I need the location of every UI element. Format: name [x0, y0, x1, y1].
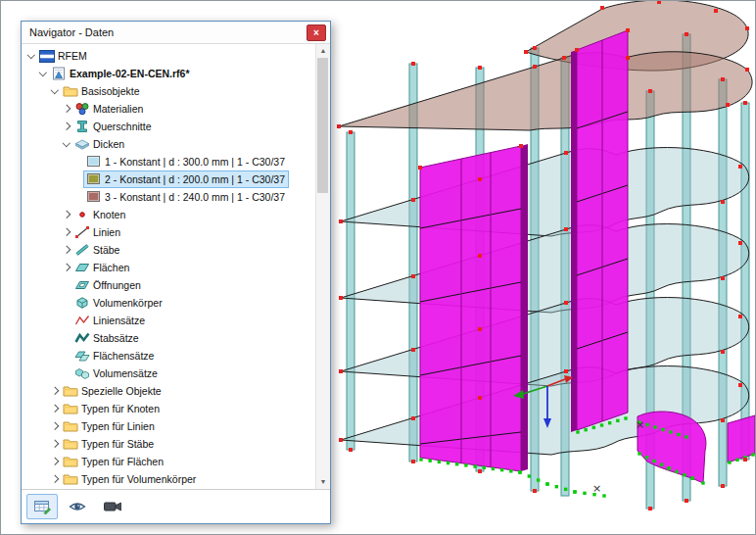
selected-node-marker[interactable]: [473, 464, 476, 467]
node-marker[interactable]: [339, 296, 343, 300]
node-marker[interactable]: [738, 383, 742, 387]
selected-node-marker[interactable]: [683, 473, 685, 476]
selected-node-marker[interactable]: [584, 428, 587, 431]
tree-item[interactable]: Liniensätze: [22, 312, 315, 329]
chevron-right-icon[interactable]: [61, 210, 71, 220]
column[interactable]: [347, 132, 354, 450]
selected-node-marker[interactable]: [677, 433, 680, 436]
node-marker[interactable]: [648, 507, 652, 511]
navigator-tab-data[interactable]: [26, 494, 58, 519]
selected-node-marker[interactable]: [583, 492, 586, 495]
selected-node-marker[interactable]: [600, 423, 603, 426]
close-button[interactable]: ×: [307, 24, 326, 41]
selected-node-marker[interactable]: [545, 482, 548, 485]
selected-node-marker[interactable]: [483, 466, 486, 469]
selected-node-marker[interactable]: [608, 421, 611, 424]
column[interactable]: [719, 79, 727, 486]
node-marker[interactable]: [349, 448, 353, 452]
panel-titlebar[interactable]: Navigator - Daten ×: [22, 22, 330, 44]
tree-item[interactable]: 2 - Konstant | d : 200.0 mm | 1 - C30/37: [22, 170, 315, 188]
node-marker[interactable]: [411, 348, 415, 352]
node-marker[interactable]: [738, 241, 742, 245]
selected-node-marker[interactable]: [645, 423, 648, 426]
navigator-tab-views[interactable]: [97, 494, 128, 519]
tree-item[interactable]: Typen für Flächen: [22, 453, 315, 470]
chevron-down-icon[interactable]: [25, 51, 36, 62]
node-marker[interactable]: [714, 9, 718, 13]
selected-node-marker[interactable]: [624, 416, 627, 419]
chevron-right-icon[interactable]: [61, 263, 71, 273]
selected-node-marker[interactable]: [728, 461, 731, 463]
chevron-right-icon[interactable]: [61, 245, 71, 256]
chevron-right-icon[interactable]: [49, 386, 60, 397]
node-marker[interactable]: [524, 50, 528, 54]
selected-node-marker[interactable]: [518, 470, 521, 473]
navigator-tab-display[interactable]: [62, 494, 93, 519]
selected-node-marker[interactable]: [500, 468, 503, 471]
tree-item[interactable]: RFEM: [22, 47, 315, 65]
node-marker[interactable]: [411, 62, 415, 66]
selected-node-marker[interactable]: [669, 430, 672, 433]
tree-item[interactable]: Typen für Knoten: [22, 400, 315, 417]
tree-item[interactable]: Öffnungen: [22, 276, 315, 294]
selected-node-marker[interactable]: [509, 469, 512, 472]
chevron-down-icon[interactable]: [37, 69, 48, 79]
tree-item[interactable]: Linien: [22, 223, 315, 241]
selected-node-marker[interactable]: [645, 456, 648, 459]
node-marker[interactable]: [743, 101, 747, 105]
node-marker[interactable]: [726, 103, 730, 107]
node-marker[interactable]: [411, 416, 415, 420]
chevron-right-icon[interactable]: [49, 421, 60, 432]
scroll-down-button[interactable]: ▼: [316, 475, 330, 489]
tree-item[interactable]: Typen für Volumenkörper: [22, 470, 315, 488]
node-marker[interactable]: [564, 227, 568, 231]
scroll-up-button[interactable]: ▲: [316, 44, 330, 58]
node-marker[interactable]: [564, 369, 568, 373]
tree-item[interactable]: Stäbe: [22, 241, 315, 259]
node-marker[interactable]: [478, 177, 482, 181]
tree-item[interactable]: 3 - Konstant | d : 240.0 mm | 1 - C30/37: [22, 188, 315, 206]
selected-node-marker[interactable]: [576, 430, 579, 433]
selected-node-marker[interactable]: [528, 474, 531, 477]
node-marker[interactable]: [339, 219, 343, 223]
selected-node-marker[interactable]: [537, 478, 540, 481]
node-marker[interactable]: [657, 1, 661, 4]
tree-item[interactable]: Dicken: [22, 135, 315, 153]
node-marker[interactable]: [533, 489, 537, 493]
node-marker[interactable]: [738, 315, 742, 318]
node-marker[interactable]: [685, 499, 688, 503]
selected-node-marker[interactable]: [685, 435, 687, 438]
chevron-right-icon[interactable]: [49, 457, 60, 467]
selected-node-marker[interactable]: [653, 425, 656, 428]
selected-node-marker[interactable]: [751, 453, 754, 456]
chevron-right-icon[interactable]: [61, 122, 71, 132]
shear-wall-left[interactable]: [420, 146, 521, 471]
selected-node-marker[interactable]: [652, 460, 655, 462]
node-marker[interactable]: [738, 165, 742, 169]
selected-node-marker[interactable]: [447, 462, 449, 464]
node-marker[interactable]: [337, 124, 341, 128]
node-marker[interactable]: [533, 65, 537, 69]
node-marker[interactable]: [562, 56, 566, 60]
tree-item[interactable]: Materialien: [22, 100, 315, 118]
selected-node-marker[interactable]: [592, 426, 595, 429]
selected-node-marker[interactable]: [735, 459, 738, 462]
node-marker[interactable]: [418, 166, 422, 170]
selected-node-marker[interactable]: [602, 494, 605, 497]
node-marker[interactable]: [626, 56, 630, 60]
selected-node-marker[interactable]: [455, 462, 458, 465]
tree-scrollbar[interactable]: ▲ ▼: [315, 44, 330, 489]
chevron-right-icon[interactable]: [49, 474, 60, 485]
tree-item[interactable]: Stabsätze: [22, 329, 315, 347]
node-marker[interactable]: [685, 32, 688, 36]
chevron-down-icon[interactable]: [49, 86, 60, 97]
node-marker[interactable]: [745, 26, 749, 30]
tree-item[interactable]: Querschnitte: [22, 118, 315, 135]
tree-item[interactable]: Basisobjekte: [22, 82, 315, 100]
node-marker[interactable]: [478, 66, 482, 70]
tree-item[interactable]: Typen für Linien: [22, 417, 315, 435]
selected-node-marker[interactable]: [438, 461, 441, 463]
scrollbar-track[interactable]: [316, 58, 330, 475]
node-marker[interactable]: [478, 469, 482, 473]
selected-node-marker[interactable]: [464, 463, 467, 466]
